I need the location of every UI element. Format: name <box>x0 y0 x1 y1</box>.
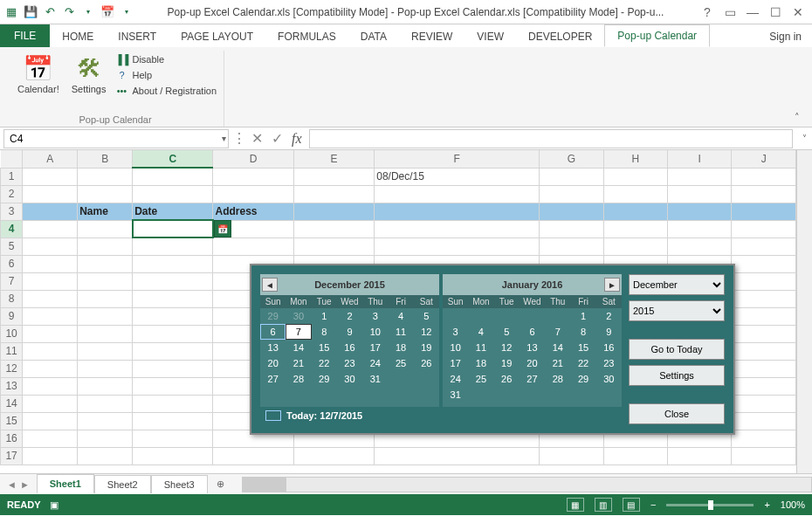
cell-G3[interactable] <box>540 203 603 220</box>
minimize-icon[interactable]: — <box>742 3 763 21</box>
formula-input[interactable] <box>309 129 793 148</box>
row-header-2[interactable]: 2 <box>1 185 23 203</box>
settings-button[interactable]: 🛠 Settings <box>68 51 110 98</box>
calendar-day[interactable]: 18 <box>388 340 413 355</box>
calendar-day[interactable]: 7 <box>545 324 570 340</box>
cell-A9[interactable] <box>23 307 78 325</box>
col-header-F[interactable]: F <box>375 150 540 168</box>
calendar-day[interactable]: 13 <box>260 340 286 355</box>
tab-page-layout[interactable]: PAGE LAYOUT <box>169 26 265 47</box>
cell-J9[interactable] <box>732 307 796 325</box>
calendar-day[interactable]: 29 <box>570 371 595 387</box>
calendar-day[interactable]: 30 <box>337 371 362 387</box>
ribbon-display-icon[interactable]: ▭ <box>719 3 740 21</box>
calendar-day[interactable]: 30 <box>596 371 622 387</box>
cell-A6[interactable] <box>23 255 78 272</box>
calendar-today-bar[interactable]: Today: 12/7/2015 <box>260 407 622 424</box>
cell-A13[interactable] <box>23 377 78 395</box>
cell-C10[interactable] <box>133 325 213 342</box>
calendar-day[interactable]: 1 <box>570 308 595 324</box>
row-header-1[interactable]: 1 <box>1 168 23 185</box>
calendar-day[interactable]: 10 <box>362 324 388 340</box>
calendar-day[interactable]: 3 <box>362 308 388 324</box>
calendar-day[interactable]: 26 <box>494 371 520 387</box>
row-header-11[interactable]: 11 <box>1 342 23 360</box>
col-header-A[interactable]: A <box>23 150 78 168</box>
cell-B4[interactable] <box>78 220 133 237</box>
calendar-day[interactable]: 18 <box>468 355 493 371</box>
cell-C14[interactable] <box>133 395 213 412</box>
zoom-level[interactable]: 100% <box>781 499 805 510</box>
calendar-day[interactable]: 7 <box>286 324 311 340</box>
row-header-8[interactable]: 8 <box>1 290 23 307</box>
sheet-nav-prev-icon[interactable]: ◄ <box>7 479 17 490</box>
cell-E5[interactable] <box>293 237 374 255</box>
calendar-day[interactable]: 8 <box>312 324 337 340</box>
cell-H5[interactable] <box>603 237 667 255</box>
row-header-6[interactable]: 6 <box>1 255 23 272</box>
calendar-day[interactable] <box>494 387 520 403</box>
calendar-day[interactable]: 10 <box>443 340 468 355</box>
normal-view-icon[interactable]: ▦ <box>567 498 584 512</box>
cell-C12[interactable] <box>133 360 213 377</box>
cell-G2[interactable] <box>540 185 603 203</box>
cell-C4[interactable]: 📅 <box>133 220 213 237</box>
col-header-D[interactable]: D <box>213 150 293 168</box>
calendar-close-button[interactable]: Close <box>629 403 725 424</box>
cell-C3[interactable]: Date <box>133 203 213 220</box>
help-button[interactable]: ?Help <box>114 68 217 82</box>
sheet-tab-3[interactable]: Sheet3 <box>151 475 208 493</box>
cell-E1[interactable] <box>293 168 374 185</box>
row-header-16[interactable]: 16 <box>1 430 23 447</box>
cell-A11[interactable] <box>23 342 78 360</box>
calendar-settings-button[interactable]: Settings <box>629 365 725 386</box>
cell-H3[interactable] <box>603 203 667 220</box>
calendar-day[interactable]: 28 <box>286 371 311 387</box>
collapse-ribbon-icon[interactable]: ˄ <box>789 108 805 127</box>
cell-D5[interactable] <box>213 237 293 255</box>
sheet-tab-2[interactable]: Sheet2 <box>94 475 151 493</box>
calendar-day[interactable]: 27 <box>260 371 286 387</box>
formula-expand-icon[interactable]: ˅ <box>796 134 812 143</box>
cell-date-picker-icon[interactable]: 📅 <box>214 220 231 237</box>
cell-H4[interactable] <box>603 220 667 237</box>
undo-icon[interactable]: ↶ <box>42 4 58 20</box>
cell-D1[interactable] <box>213 168 293 185</box>
qat-dropdown-icon[interactable]: ▾ <box>80 4 96 20</box>
cell-C16[interactable] <box>133 430 213 447</box>
zoom-in-icon[interactable]: + <box>764 499 769 510</box>
disable-button[interactable]: ▐▐Disable <box>114 52 217 66</box>
cell-B15[interactable] <box>78 412 133 430</box>
calendar-day[interactable]: 28 <box>545 371 570 387</box>
cell-J14[interactable] <box>732 395 796 412</box>
cell-A10[interactable] <box>23 325 78 342</box>
cell-J12[interactable] <box>732 360 796 377</box>
cell-A15[interactable] <box>23 412 78 430</box>
cell-A3[interactable] <box>23 203 78 220</box>
cell-B3[interactable]: Name <box>78 203 133 220</box>
calendar-day[interactable]: 5 <box>494 324 520 340</box>
calendar-day[interactable] <box>545 387 570 403</box>
cell-C1[interactable] <box>133 168 213 185</box>
calendar-day[interactable]: 9 <box>337 324 362 340</box>
cell-B2[interactable] <box>78 185 133 203</box>
calendar-day[interactable]: 31 <box>362 371 388 387</box>
calendar-day[interactable]: 16 <box>596 340 622 355</box>
tab-formulas[interactable]: FORMULAS <box>265 26 348 47</box>
cell-A14[interactable] <box>23 395 78 412</box>
calendar-day[interactable]: 23 <box>596 355 622 371</box>
tab-home[interactable]: HOME <box>50 26 106 47</box>
cancel-icon[interactable]: ✕ <box>251 130 263 147</box>
sign-in-link[interactable]: Sign in <box>759 26 812 47</box>
tab-data[interactable]: DATA <box>348 26 399 47</box>
cell-J3[interactable] <box>732 203 796 220</box>
cell-J6[interactable] <box>732 255 796 272</box>
cell-J5[interactable] <box>732 237 796 255</box>
calendar-day[interactable]: 9 <box>596 324 622 340</box>
cell-B9[interactable] <box>78 307 133 325</box>
calendar-day[interactable]: 31 <box>443 387 468 403</box>
calendar-day[interactable] <box>520 387 545 403</box>
cell-A16[interactable] <box>23 430 78 447</box>
cell-E4[interactable] <box>293 220 374 237</box>
calendar-day[interactable]: 17 <box>443 355 468 371</box>
